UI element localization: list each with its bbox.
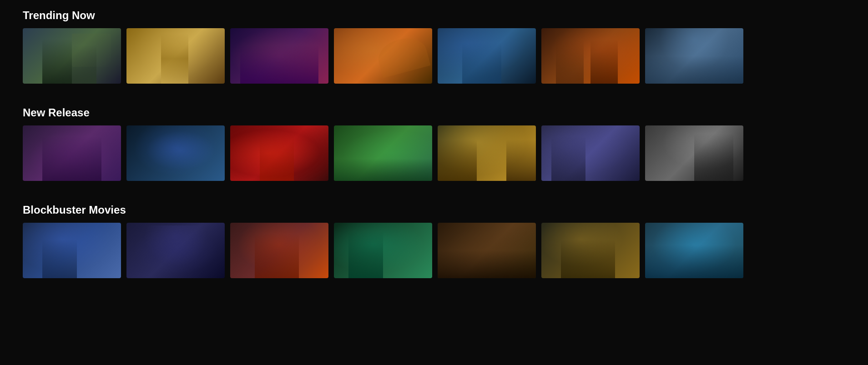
movie-card-visual-t6 bbox=[541, 28, 640, 84]
movie-card-visual-n2 bbox=[126, 125, 225, 181]
movie-card-visual-n4 bbox=[334, 125, 432, 181]
movies-row-blockbuster-movies bbox=[23, 223, 845, 278]
movie-card-n6[interactable] bbox=[541, 125, 640, 181]
section-new-release: New Release bbox=[23, 97, 845, 181]
movie-card-t2[interactable] bbox=[126, 28, 225, 84]
section-blockbuster-movies: Blockbuster Movies bbox=[23, 195, 845, 278]
movie-card-n7[interactable] bbox=[645, 125, 743, 181]
movie-card-visual-t2 bbox=[126, 28, 225, 84]
movie-card-n4[interactable] bbox=[334, 125, 432, 181]
movie-card-visual-b4 bbox=[334, 223, 432, 278]
section-title-blockbuster-movies: Blockbuster Movies bbox=[23, 195, 845, 216]
movie-card-b3[interactable] bbox=[230, 223, 328, 278]
movie-card-n1[interactable] bbox=[23, 125, 121, 181]
movie-card-t3[interactable] bbox=[230, 28, 328, 84]
movie-card-b4[interactable] bbox=[334, 223, 432, 278]
movie-card-t6[interactable] bbox=[541, 28, 640, 84]
movie-card-visual-n1 bbox=[23, 125, 121, 181]
section-title-new-release: New Release bbox=[23, 97, 845, 119]
section-trending-now: Trending Now bbox=[23, 5, 845, 84]
movie-card-visual-b6 bbox=[541, 223, 640, 278]
movie-card-visual-n5 bbox=[438, 125, 536, 181]
movie-card-visual-n6 bbox=[541, 125, 640, 181]
movie-card-n3[interactable] bbox=[230, 125, 328, 181]
movie-card-t4[interactable] bbox=[334, 28, 432, 84]
movie-card-n5[interactable] bbox=[438, 125, 536, 181]
movie-card-visual-t3 bbox=[230, 28, 328, 84]
movie-card-visual-t1 bbox=[23, 28, 121, 84]
section-title-trending-now: Trending Now bbox=[23, 5, 845, 22]
movie-card-b5[interactable] bbox=[438, 223, 536, 278]
movie-card-b2[interactable] bbox=[126, 223, 225, 278]
movies-row-trending-now bbox=[23, 28, 845, 84]
movie-card-n2[interactable] bbox=[126, 125, 225, 181]
movie-card-b6[interactable] bbox=[541, 223, 640, 278]
movie-card-t1[interactable] bbox=[23, 28, 121, 84]
movie-card-visual-n7 bbox=[645, 125, 743, 181]
movie-card-visual-b5 bbox=[438, 223, 536, 278]
page-container: Trending NowNew ReleaseBlockbuster Movie… bbox=[0, 0, 868, 301]
movie-card-visual-b1 bbox=[23, 223, 121, 278]
movie-card-t5[interactable] bbox=[438, 28, 536, 84]
movie-card-visual-n3 bbox=[230, 125, 328, 181]
movie-card-visual-b3 bbox=[230, 223, 328, 278]
movie-card-b1[interactable] bbox=[23, 223, 121, 278]
movie-card-visual-b7 bbox=[645, 223, 743, 278]
movie-card-visual-t5 bbox=[438, 28, 536, 84]
movie-card-t7[interactable] bbox=[645, 28, 743, 84]
movie-card-visual-t4 bbox=[334, 28, 432, 84]
movie-card-visual-b2 bbox=[126, 223, 225, 278]
movies-row-new-release bbox=[23, 125, 845, 181]
movie-card-b7[interactable] bbox=[645, 223, 743, 278]
movie-card-visual-t7 bbox=[645, 28, 743, 84]
